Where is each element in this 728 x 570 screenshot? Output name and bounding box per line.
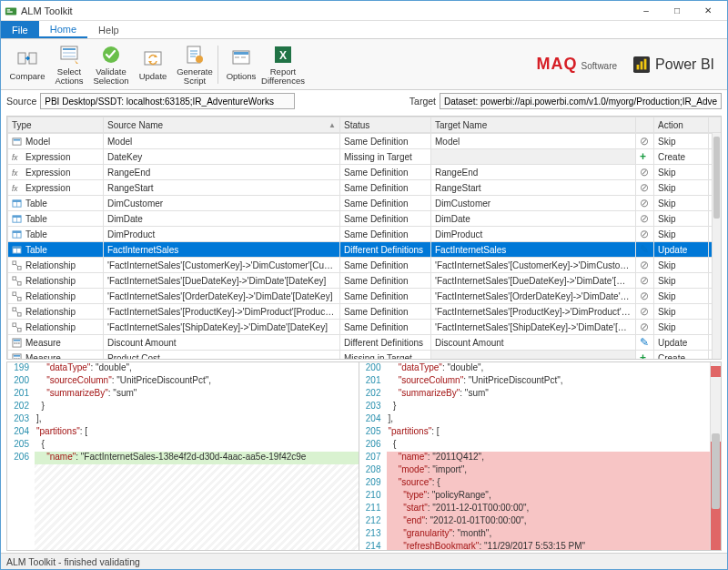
table-row[interactable]: TableDimProductSame DefinitionDimProduct… (8, 227, 713, 242)
code-line: 200 "dataType": "double", (359, 362, 711, 375)
options-icon (230, 48, 252, 70)
select-actions-icon (58, 44, 80, 66)
target-input[interactable] (440, 93, 722, 109)
svg-rect-64 (14, 354, 20, 356)
table-row[interactable]: Relationship'FactInternetSales'[DueDateK… (8, 273, 713, 289)
tab-home[interactable]: Home (39, 21, 87, 38)
code-line: 205"partitions": [ (359, 426, 711, 439)
table-row[interactable]: fxExpressionRangeStartSame DefinitionRan… (8, 180, 713, 196)
status-text: ALM Toolkit - finished validating (6, 556, 140, 567)
svg-point-15 (196, 56, 203, 63)
col-target[interactable]: Target Name (431, 117, 636, 133)
code-line: 201 "sourceColumn": "UnitPriceDiscountPc… (359, 375, 711, 388)
svg-text:fx: fx (12, 169, 18, 178)
table-row[interactable]: TableDimDateSame DefinitionDimDate⊘Skip⌄ (8, 211, 713, 227)
grid-scrollbar[interactable] (712, 133, 721, 359)
menu-bar: File Home Help (1, 21, 727, 39)
col-status[interactable]: Status (340, 117, 431, 133)
table-row[interactable]: fxExpressionRangeEndSame DefinitionRange… (8, 165, 713, 180)
source-target-row: Source Target (1, 90, 727, 112)
table-row[interactable]: Relationship'FactInternetSales'[OrderDat… (8, 289, 713, 304)
source-input[interactable] (40, 93, 295, 109)
powerbi-icon (633, 56, 650, 73)
powerbi-logo: Power BI (633, 56, 714, 73)
svg-rect-49 (13, 291, 16, 295)
title-bar: ALM Toolkit – □ ✕ (1, 1, 727, 21)
svg-rect-67 (18, 358, 20, 359)
select-actions-button[interactable]: Select Actions (48, 41, 90, 88)
code-line: 204"partitions": [ (7, 426, 359, 439)
report-diff-button[interactable]: X Report Differences (262, 41, 304, 88)
diff-viewer: 199 "dataType": "double",200 "sourceColu… (6, 361, 722, 551)
svg-rect-52 (13, 307, 16, 310)
code-line: 203], (7, 413, 359, 426)
validate-icon (100, 44, 122, 66)
code-line: 201 "summarizeBy": "sum" (7, 388, 359, 401)
status-bar: ALM Toolkit - finished validating (1, 553, 727, 569)
svg-line-57 (16, 326, 18, 328)
grid-header-row[interactable]: Type Source Name▲ Status Target Name Act… (8, 117, 723, 133)
svg-rect-8 (63, 56, 76, 57)
generate-script-icon (184, 44, 206, 66)
diff-scrollbar[interactable] (710, 362, 721, 550)
table-row[interactable]: MeasureProduct CostMissing in Target+Cre… (8, 351, 713, 360)
diff-right-pane[interactable]: 200 "dataType": "double",201 "sourceColu… (359, 362, 711, 550)
target-label: Target (410, 96, 436, 107)
svg-rect-59 (14, 339, 20, 341)
table-row[interactable]: MeasureDiscount AmountDifferent Definiti… (8, 335, 713, 351)
app-icon (5, 5, 17, 17)
ribbon: Compare Select Actions Validate Selectio… (1, 39, 727, 90)
comparison-grid: Type Source Name▲ Status Target Name Act… (6, 116, 722, 360)
validate-label: Validate Selection (93, 67, 128, 86)
generate-script-label: Generate Script (177, 67, 213, 86)
tab-file[interactable]: File (1, 21, 39, 38)
svg-rect-19 (241, 56, 246, 58)
code-line: 207 "name": "2011Q412", (359, 452, 711, 464)
svg-rect-62 (18, 342, 20, 344)
svg-line-45 (16, 264, 18, 266)
validate-selection-button[interactable]: Validate Selection (90, 41, 132, 88)
update-button[interactable]: Update (132, 41, 174, 88)
svg-line-48 (16, 280, 18, 281)
source-label: Source (6, 96, 36, 107)
minimize-button[interactable]: – (631, 1, 662, 21)
table-row[interactable]: Relationship'FactInternetSales'[Customer… (8, 258, 713, 273)
maq-text: MAQ (537, 55, 578, 74)
svg-marker-9 (75, 60, 78, 64)
table-row[interactable]: TableFactInternetSalesDifferent Definiti… (8, 242, 713, 258)
svg-rect-1 (7, 9, 11, 10)
window-title: ALM Toolkit (21, 5, 631, 16)
compare-button[interactable]: Compare (6, 41, 48, 88)
col-type[interactable]: Type (8, 117, 104, 133)
col-source[interactable]: Source Name▲ (104, 117, 340, 133)
compare-label: Compare (9, 72, 45, 81)
table-row[interactable]: TableDimCustomerSame DefinitionDimCustom… (8, 196, 713, 211)
generate-script-button[interactable]: Generate Script (174, 41, 216, 88)
svg-rect-6 (63, 48, 76, 50)
ribbon-separator (217, 46, 218, 84)
tab-help[interactable]: Help (87, 21, 130, 38)
svg-rect-25 (644, 58, 647, 69)
svg-rect-56 (17, 328, 21, 331)
table-row[interactable]: Relationship'FactInternetSales'[ProductK… (8, 304, 713, 320)
update-icon (142, 48, 164, 70)
svg-rect-50 (17, 297, 21, 300)
svg-rect-47 (17, 281, 21, 285)
options-label: Options (227, 72, 257, 81)
close-button[interactable]: ✕ (693, 1, 723, 21)
col-action[interactable]: Action (654, 117, 709, 133)
powerbi-text: Power BI (655, 56, 714, 73)
svg-rect-43 (13, 260, 16, 264)
table-row[interactable]: ModelModelSame DefinitionModel⊘Skip⌄ (8, 134, 713, 149)
table-row[interactable]: Relationship'FactInternetSales'[ShipDate… (8, 320, 713, 335)
svg-rect-55 (13, 322, 16, 326)
report-diff-icon: X (272, 44, 294, 66)
table-row[interactable]: fxExpressionDateKeyMissing in Target+Cre… (8, 149, 713, 165)
code-line: 208 "mode": "import", (359, 464, 711, 477)
brand-area: MAQ Software Power BI (537, 55, 722, 74)
options-button[interactable]: Options (220, 41, 262, 88)
diff-left-pane[interactable]: 199 "dataType": "double",200 "sourceColu… (7, 362, 359, 550)
compare-icon (16, 48, 38, 70)
maximize-button[interactable]: □ (662, 1, 693, 21)
update-label: Update (139, 72, 167, 81)
